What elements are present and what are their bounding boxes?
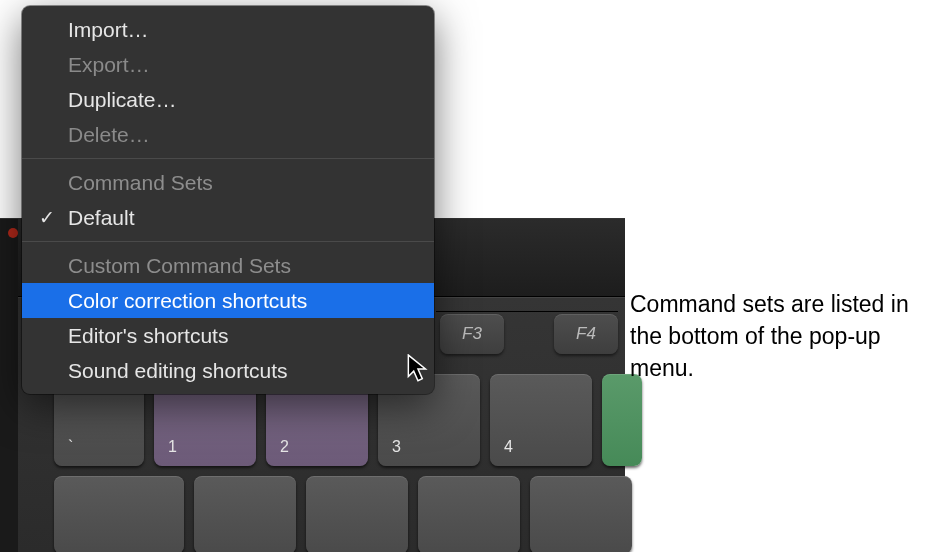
cursor-arrow-icon: [407, 354, 429, 384]
menu-item-label: Export…: [68, 53, 150, 76]
checkmark-icon: ✓: [39, 203, 55, 232]
menu-header-command-sets: Command Sets: [22, 165, 434, 200]
command-set-popup-menu: Import… Export… Duplicate… Delete… Comma…: [22, 6, 434, 394]
menu-item-editors-shortcuts[interactable]: Editor's shortcuts: [22, 318, 434, 353]
menu-item-label: Delete…: [68, 123, 150, 146]
key-f4[interactable]: F4: [554, 314, 618, 354]
menu-header-label: Command Sets: [68, 171, 213, 194]
menu-item-label: Sound editing shortcuts: [68, 359, 287, 382]
key-4[interactable]: 4: [490, 374, 592, 466]
key-r-partial[interactable]: [530, 476, 632, 552]
callout-leader-line: [436, 311, 618, 312]
menu-header-label: Custom Command Sets: [68, 254, 291, 277]
menu-item-color-correction[interactable]: Color correction shortcuts: [22, 283, 434, 318]
menu-header-custom-command-sets: Custom Command Sets: [22, 248, 434, 283]
window-close-button[interactable]: [8, 228, 18, 238]
menu-separator: [22, 241, 434, 242]
menu-item-label: Color correction shortcuts: [68, 289, 307, 312]
menu-item-default[interactable]: ✓ Default: [22, 200, 434, 235]
key-q-partial[interactable]: [194, 476, 296, 552]
menu-item-import[interactable]: Import…: [22, 12, 434, 47]
menu-item-label: Default: [68, 206, 135, 229]
menu-item-delete: Delete…: [22, 117, 434, 152]
key-w-partial[interactable]: [306, 476, 408, 552]
menu-item-sound-editing[interactable]: Sound editing shortcuts: [22, 353, 434, 388]
callout-text: Command sets are listed in the bottom of…: [630, 288, 930, 384]
menu-item-export: Export…: [22, 47, 434, 82]
key-5-partial[interactable]: [602, 374, 642, 466]
menu-item-label: Import…: [68, 18, 149, 41]
key-e-partial[interactable]: [418, 476, 520, 552]
menu-item-duplicate[interactable]: Duplicate…: [22, 82, 434, 117]
key-tab-partial[interactable]: [54, 476, 184, 552]
key-f3[interactable]: F3: [440, 314, 504, 354]
menu-item-label: Editor's shortcuts: [68, 324, 228, 347]
menu-separator: [22, 158, 434, 159]
menu-item-label: Duplicate…: [68, 88, 177, 111]
